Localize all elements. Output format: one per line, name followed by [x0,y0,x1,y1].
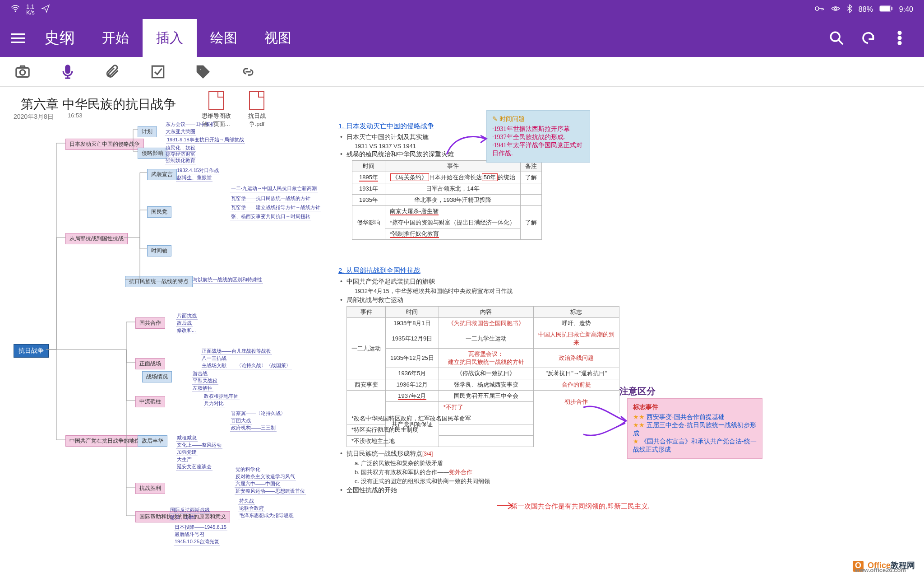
tab-view[interactable]: 视图 [251,19,305,57]
list-item: a. 广泛的民族性和复杂的阶级矛盾 [338,459,619,467]
ribbon-tabs: 开始 插入 绘图 视图 [88,19,305,57]
page-title: 第六章 中华民族的抗日战争 [21,96,176,113]
attachment-icon[interactable] [104,63,122,81]
table-row: *改名中华民国特区政府，红军改名国民革命军 [347,413,619,424]
table-invasion: 时间事件备注 1895年《马关条约》日本开始在台湾长达50年的统治了解 1931… [352,160,542,240]
svg-rect-4 [880,6,890,11]
pdf-icon [208,91,224,110]
mm-leaf: 片面抗战 [176,312,198,320]
tag-icon[interactable] [194,63,212,81]
watermark-logo: O Office教程网 www.office26.com [853,560,915,572]
table-row: 侵华影响南京大屠杀-唐生智了解 [352,206,542,217]
annotation-line: ★★五届三中全会-抗日民族统一战线初步形成 [633,421,757,438]
mm-leaf: 日本投降——1945.8.15 [174,524,227,531]
mm-leaf: 正面战场——台儿庄战役等战役 [201,348,272,355]
mm-leaf: 主战场文献——〈论持久战〉〈战国策〉 [201,362,292,369]
table-row: 1895年《马关条约》日本开始在台湾长达50年的统治了解 [352,172,542,183]
bullet: 全国性抗战的开始 [338,486,619,494]
svg-rect-5 [892,7,892,10]
mm-leaf: 敌后战 [176,320,193,327]
search-icon[interactable] [828,30,845,46]
mm-node: 中国共产党在抗日战争的地位 [65,435,144,447]
annotation-line: ·1941年太平洋战争国民党正式对日作战. [492,141,584,158]
bullet: 中国共产党举起武装抗日的旗帜 [338,278,619,286]
mm-node: 侵略影响 [138,148,167,159]
mm-leaf: 最后战斗号召 [174,531,205,538]
mm-leaf: 东方会议——田中奏折 [165,121,216,128]
mm-node: 正面战场 [135,358,165,369]
mm-leaf: 张、杨西安事变共同抗日→时局扭转 [230,213,311,220]
notebook-title[interactable]: 史纲 [31,28,88,48]
svg-point-8 [898,37,901,39]
mm-node: 战场情况 [142,371,172,382]
microphone-icon[interactable] [59,63,77,81]
mm-leaf: 国际反法西斯战线 [169,507,211,514]
mm-leaf: 瓦窑堡——建立战线指导方针→战线方针 [230,204,321,211]
checkbox-icon[interactable] [149,63,167,81]
mm-node: 中流砥柱 [135,396,165,407]
table-row: 1931年日军占领东北，14年 [352,183,542,195]
annotation-line: ·1937年全民族抗战的形成. [492,133,584,141]
link-icon[interactable] [239,63,257,81]
mm-leaf: 赵博生、董振堂 [176,174,213,182]
table-row: 1935年12月9日一二九学生运动中国人民抗日救亡新高潮的到来 [347,329,619,349]
camera-icon[interactable] [14,63,32,81]
mm-node: 时间轴 [147,245,171,256]
mm-leaf: 政府机构——三三制 [230,424,277,432]
annotation-title: ✎ 时间问题 [492,115,584,123]
annotation-line: ★★西安事变-国共合作前提基础 [633,413,757,421]
mm-leaf: 1932.4.15对日作战 [176,167,220,174]
mm-leaf: 强制奴化教育 [165,157,196,164]
watermark-url: www.office26.com [855,567,906,573]
svg-point-9 [898,42,901,45]
eye-icon [831,5,841,14]
table-row: 1935年华北事变，1938年汪精卫投降 [352,195,542,206]
battery-percent: 88% [859,5,873,14]
section-heading: 2. 从局部抗战到全国性抗战 [338,266,619,275]
table-row: 一二九运动1935年8月1日《为抗日救国告全国同胞书》呼吁、造势 [347,318,619,329]
tab-draw[interactable]: 绘图 [197,19,251,57]
status-time: 9:40 [899,5,913,14]
mm-leaf: 毛泽东思想成为指导思想 [238,512,295,519]
svg-point-11 [20,70,25,75]
annotation-flags[interactable]: 注意区分 标志事件 ★★西安事变-国共合作前提基础 ★★五届三中全会-抗日民族统… [627,398,762,459]
mindmap: 抗日战争 日本发动灭亡中国的侵略战争 从局部抗战到国性抗战 国共合作 正面战场 … [14,118,320,570]
mm-node: 国共合作 [135,317,165,329]
annotation-title: 注意区分 [619,385,656,397]
table-row: 1937年2月国民党召开五届三中全会初步合作 [347,391,619,402]
annotation-line: ★《国共合作宣言》和承认共产党合法-统一战线正式形成 [633,438,757,454]
more-icon[interactable] [892,30,908,46]
table-row: 1935年12月25日瓦窑堡会议：建立抗日民族统一战线的方针政治路线问题 [347,349,619,368]
mm-leaf: 论联合政府 [238,505,265,512]
mm-leaf: 修改和... [176,327,197,334]
mm-leaf: 1945.10.25台湾光复 [174,538,220,545]
menu-button[interactable] [5,25,31,51]
undo-icon[interactable] [860,30,876,46]
svg-rect-12 [66,65,70,73]
mm-root: 抗日战争 [14,344,49,358]
note-canvas[interactable]: 第六章 中华民族的抗日战争 2020年3月8日 16:53 思维导图政治 - 页… [0,87,924,578]
tab-start[interactable]: 开始 [88,19,143,57]
table-movements: 事件时间内容标志 一二九运动1935年8月1日《为抗日救国告全国同胞书》呼吁、造… [346,306,619,447]
mm-node: 抗日民族统一战线的特点 [125,276,193,287]
status-bar: 1.1K/s 88% 9:40 [0,0,924,19]
table-row: 事件时间内容标志 [347,307,619,318]
mm-node: 武装宣言 [147,169,177,180]
mm-node: 敌后丰华 [138,435,167,447]
bullet: 局部抗战与救亡运动 [338,296,619,304]
table-row: *不没收地主土地 [347,436,619,447]
section-2: 2. 从局部抗战到全国性抗战 中国共产党举起武装抗日的旗帜 1932年4月15，… [338,266,619,496]
mm-node: 抗战胜利 [135,483,165,494]
insert-ribbon [0,57,924,87]
svg-point-6 [831,32,840,41]
tab-insert[interactable]: 插入 [143,19,197,57]
page-time: 16:53 [68,112,83,119]
mm-leaf: 大东亚共荣圈 [165,128,196,135]
mm-leaf: 六届六中——中国化 [235,480,281,488]
mm-node: 计划 [138,126,157,137]
annotation-time[interactable]: ✎ 时间问题 ·1931年世振法西斯拉开序幕 ·1937年全民族抗战的形成. ·… [486,110,590,163]
mm-leaf: 游击战 [192,370,208,378]
hand-note: 第一次国共合作是有共同纲领的,即新三民主义. [511,502,650,511]
send-icon [41,4,50,15]
bluetooth-icon [847,4,852,15]
